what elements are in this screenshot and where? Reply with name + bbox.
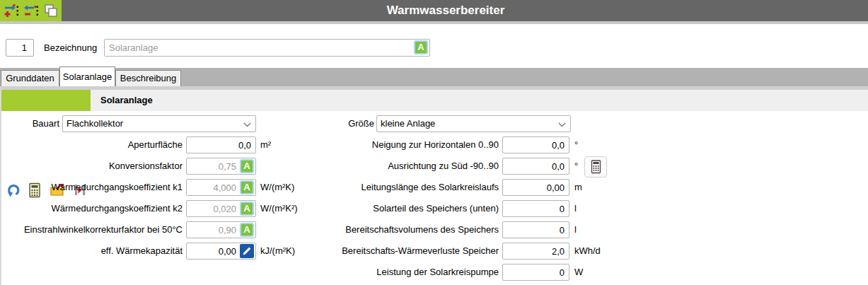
auto-value-button[interactable]: A <box>240 202 254 216</box>
section-title: Solaranlage <box>100 90 153 111</box>
delete-record-icon[interactable] <box>23 3 39 18</box>
bauart-label: Bauart <box>0 115 59 132</box>
leitungslaenge-label: Leitungslänge des Solarkreislaufs <box>311 179 499 196</box>
aperturflaeche-unit: m² <box>260 136 271 153</box>
bereitschaftsvolumen-label: Bereitschaftsvolumens des Speichers <box>311 221 499 238</box>
pumpenleistung-unit: W <box>574 264 583 281</box>
bereitschaftsvolumen-unit: l <box>574 221 577 238</box>
auto-value-button[interactable]: A <box>240 159 254 173</box>
aperturflaeche-input[interactable] <box>186 136 256 153</box>
k1-label: Wärmedurchgangskoeffizient k1 <box>0 179 183 196</box>
solarteil-label: Solarteil des Speichers (unten) <box>311 200 499 217</box>
bauart-selected-value: Flachkollektor <box>66 118 123 129</box>
aperturflaeche-label: Aperturfläche <box>0 136 183 153</box>
pumpenleistung-input[interactable] <box>502 264 569 281</box>
calculator-icon <box>590 160 602 174</box>
chevron-down-icon <box>558 122 566 127</box>
waermeverluste-input[interactable] <box>502 243 569 260</box>
solarteil-input[interactable] <box>502 200 569 217</box>
add-record-icon[interactable] <box>4 3 19 18</box>
tab-grunddaten[interactable]: Grunddaten <box>1 70 59 86</box>
waermekapazitaet-unit: kJ/(m²K) <box>260 243 295 260</box>
waermeverluste-label: Bereitschafts-Wärmeverluste Speicher <box>311 243 499 260</box>
ausrichtung-unit: ° <box>574 158 578 175</box>
groesse-selected-value: kleine Anlage <box>381 118 435 129</box>
solarteil-unit: l <box>574 200 577 217</box>
einstrahlwinkel-label: Einstrahlwinkelkorrekturfaktor bei 50°C <box>0 221 183 238</box>
k2-label: Wärmedurchgangskoeffizient k2 <box>0 200 183 217</box>
ausrichtung-label: Ausrichtung zu Süd -90..90 <box>311 158 499 175</box>
k1-unit: W/(m²K) <box>260 179 294 196</box>
auto-value-button[interactable]: A <box>240 180 254 194</box>
pumpenleistung-label: Leistung der Solarkreispumpe <box>311 264 499 281</box>
neigung-unit: ° <box>574 136 578 153</box>
neigung-input[interactable] <box>502 136 569 153</box>
auto-value-button[interactable]: A <box>414 40 428 54</box>
leitungslaenge-input[interactable] <box>502 179 569 196</box>
copy-record-icon[interactable] <box>43 3 59 18</box>
header-divider <box>0 21 868 24</box>
leitungslaenge-unit: m <box>574 179 582 196</box>
bezeichnung-input[interactable] <box>104 39 430 57</box>
k2-unit: W/(m²K²) <box>260 200 298 217</box>
neigung-label: Neigung zur Horizontalen 0..90 <box>311 136 499 153</box>
section-toolbar <box>0 90 91 111</box>
bereitschaftsvolumen-input[interactable] <box>502 221 569 238</box>
groesse-select[interactable]: kleine Anlage <box>376 115 571 132</box>
auto-value-button[interactable]: A <box>240 223 254 237</box>
tab-beschreibung[interactable]: Beschreibung <box>115 70 181 86</box>
waermeverluste-unit: kWh/d <box>574 243 601 260</box>
bezeichnung-label: Bezeichnung <box>44 39 97 57</box>
waermekapazitaet-label: eff. Wärmekapazität <box>0 243 183 260</box>
calculator-button[interactable] <box>584 156 607 178</box>
title-bar: Warmwasserbereiter <box>0 0 868 21</box>
groesse-label: Größe <box>212 115 374 132</box>
ausrichtung-input[interactable] <box>502 158 569 175</box>
record-toolbar <box>0 0 62 21</box>
record-number-field[interactable] <box>6 39 34 57</box>
edit-pencil-icon[interactable] <box>240 244 254 258</box>
tab-solaranlage[interactable]: Solaranlage <box>59 66 115 86</box>
warmwasserbereiter-window: Warmwasserbereiter Bezeichnung A Grundda… <box>0 0 868 285</box>
konversionsfaktor-label: Konversionsfaktor <box>0 158 183 175</box>
page-title: Warmwasserbereiter <box>62 0 868 21</box>
